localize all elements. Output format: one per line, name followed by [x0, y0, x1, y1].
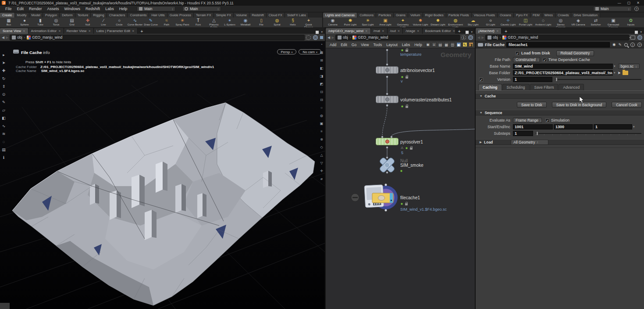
persp-view-button[interactable]: Persp▾	[277, 49, 297, 54]
viewport-display-icon[interactable]: ▦	[319, 50, 324, 55]
back-icon[interactable]: ◀	[2, 36, 4, 40]
shelf-tab[interactable]: Characters	[107, 13, 128, 18]
shelf-tool[interactable]: § Helix	[285, 18, 301, 26]
pane-tab[interactable]: /mat ✕	[371, 28, 388, 34]
pane-menu-icon[interactable]: ▾	[640, 30, 642, 34]
shelf-tool[interactable]: ▮ Tube	[32, 18, 48, 26]
close-tab-icon[interactable]: ✕	[398, 29, 400, 33]
shelf-tab[interactable]: Oceans	[498, 13, 514, 18]
layout-selector[interactable]: Main ↕	[182, 6, 221, 11]
menu-item[interactable]: View	[359, 43, 371, 47]
extension-dropdown[interactable]: bgeo.sc↕	[618, 64, 640, 69]
shelf-tab[interactable]: Rigid Bodies	[423, 13, 446, 18]
shelf-tool[interactable]: ◌ Ambient Light	[534, 18, 552, 26]
shelf-tool[interactable]: ✚ Null	[80, 18, 96, 26]
shelf-tab[interactable]: Constraints	[128, 13, 149, 18]
back-icon[interactable]: ◀	[327, 36, 330, 40]
menu-item[interactable]: Redshift	[83, 6, 103, 11]
network-canvas[interactable]: Geometry	[326, 48, 475, 309]
menu-item[interactable]: Help	[117, 6, 130, 11]
node-label[interactable]: pyrosolver1	[400, 140, 423, 144]
info-icon[interactable]: i	[630, 43, 635, 47]
new-tab-button[interactable]: +	[455, 29, 464, 34]
viewport-tool-icon[interactable]: ℹ	[0, 154, 7, 161]
path-field[interactable]: obj › GEO_manju_wind	[485, 35, 629, 40]
viewport-tool-icon[interactable]: ⇕	[0, 83, 7, 90]
shelf-tool[interactable]: ☁ Sky Light	[464, 18, 482, 26]
shelf-tool[interactable]: ▤ Grid	[64, 18, 80, 26]
close-button[interactable]: ✕	[637, 1, 640, 5]
forward-icon[interactable]: ▶	[6, 36, 8, 40]
attribnoise-node[interactable]	[376, 66, 398, 74]
save-to-disk-background-button[interactable]: Save to Disk in Background	[552, 102, 606, 108]
shelf-tool[interactable]: ✹ Distant Light	[429, 18, 447, 26]
viewport-tool-icon[interactable]: ▱	[0, 107, 7, 113]
node-label[interactable]: filecache1	[400, 195, 420, 200]
pane-tab[interactable]: /obj/GEO_manju_wind ✕	[326, 28, 371, 34]
gear-icon[interactable]: ✱	[612, 43, 616, 47]
help-icon[interactable]: ?	[634, 7, 639, 11]
shelf-tool[interactable]: T Font	[190, 18, 206, 26]
shelf-tool[interactable]: ☀ Spot Light	[359, 18, 377, 26]
shelf-tab[interactable]: Hair Utils	[149, 13, 167, 18]
shelf-tool[interactable]: ✳ Spray Paint	[174, 18, 190, 26]
close-tab-icon[interactable]: ✕	[88, 29, 90, 33]
pane-maximize-icon[interactable]	[466, 31, 469, 34]
close-tab-icon[interactable]: ✕	[23, 29, 25, 33]
load-mode-dropdown[interactable]: All Geometry↕	[511, 140, 548, 145]
menu-item[interactable]: Layout	[384, 43, 400, 47]
snapshot-icon[interactable]	[306, 35, 311, 40]
viewport-display-icon[interactable]: ○	[319, 105, 324, 111]
shelf-tool[interactable]: ✿ Inputs	[622, 18, 640, 26]
simulation-checkbox[interactable]: ✓	[545, 119, 549, 122]
shelf-tab[interactable]: Viscous Fluids	[472, 13, 498, 18]
browse-folder-icon[interactable]	[623, 71, 628, 75]
viewport-display-icon[interactable]: ⌀	[319, 176, 324, 182]
start-frame-field[interactable]: 1001	[513, 124, 553, 129]
close-tab-icon[interactable]: ✕	[58, 29, 60, 33]
shelf-tool[interactable]: △ Platonic Solids	[206, 18, 222, 27]
recent-count-badge[interactable]: 1	[461, 35, 466, 40]
viewport-display-icon[interactable]: ⊞	[319, 58, 324, 63]
shelf-tool[interactable]: ◎ Stereo Camera	[552, 18, 569, 27]
save-to-disk-button[interactable]: Save to Disk	[517, 102, 547, 108]
minimize-button[interactable]: —	[618, 1, 621, 5]
menu-item[interactable]: Tools	[371, 43, 384, 47]
substeps-slider[interactable]	[536, 131, 641, 136]
shelf-tool[interactable]: ◈ VR Camera	[569, 18, 587, 26]
viewport-tool-icon[interactable]: ▤	[0, 147, 7, 153]
menu-item[interactable]: Add	[327, 43, 338, 47]
viewport-tool-icon[interactable]: ∿	[0, 123, 7, 129]
menu-item[interactable]: Assets	[45, 6, 62, 11]
shelf-tab[interactable]: Particle Fluids	[446, 13, 472, 18]
pane-tab[interactable]: Render View ✕	[64, 28, 94, 34]
param-tab[interactable]: Caching	[478, 84, 502, 90]
shelf-tab[interactable]: Vellum	[408, 13, 423, 18]
menu-item[interactable]: Windows	[62, 6, 83, 11]
shelf-tool[interactable]: ∕ Line	[96, 18, 111, 26]
color-palette-icon[interactable]: ▣	[456, 42, 461, 47]
shelf-tab[interactable]: Deform	[60, 13, 75, 18]
menu-item[interactable]: Edit	[338, 43, 349, 47]
search-icon[interactable]	[624, 43, 628, 47]
viewport-display-icon[interactable]: ✛	[319, 169, 324, 174]
shelf-tab[interactable]: Guide Process	[167, 13, 194, 18]
shelf-tab[interactable]: Polygon	[43, 13, 60, 18]
shelf-tab[interactable]: Collisions	[357, 13, 376, 18]
pane-tab[interactable]: Bookmark Editor ✕	[423, 28, 455, 34]
close-tab-icon[interactable]: ✕	[417, 29, 419, 33]
taskbar-icon[interactable]: ◨	[469, 42, 473, 47]
viewport-display-icon[interactable]: ◍	[319, 113, 324, 119]
shelf-tab[interactable]: Rigging	[91, 13, 107, 18]
pane-menu-icon[interactable]: ▾	[471, 30, 473, 34]
grid-snap-icon[interactable]: ▤	[438, 42, 443, 47]
filecache-node-shape[interactable]	[351, 184, 398, 212]
forward-icon[interactable]: ▶	[481, 36, 484, 40]
viewport-display-icon[interactable]: ⊗	[319, 137, 324, 142]
shelf-tab[interactable]: Terrain FX	[194, 13, 214, 18]
shelf-tool[interactable]: ▯ File	[253, 18, 269, 26]
shelf-tool[interactable]: ○ Circle	[111, 18, 127, 26]
maximize-button[interactable]: ▢	[627, 1, 631, 5]
shelf-tab[interactable]: Volume	[234, 13, 249, 18]
reload-geometry-button[interactable]: Reload Geometry	[556, 50, 594, 56]
